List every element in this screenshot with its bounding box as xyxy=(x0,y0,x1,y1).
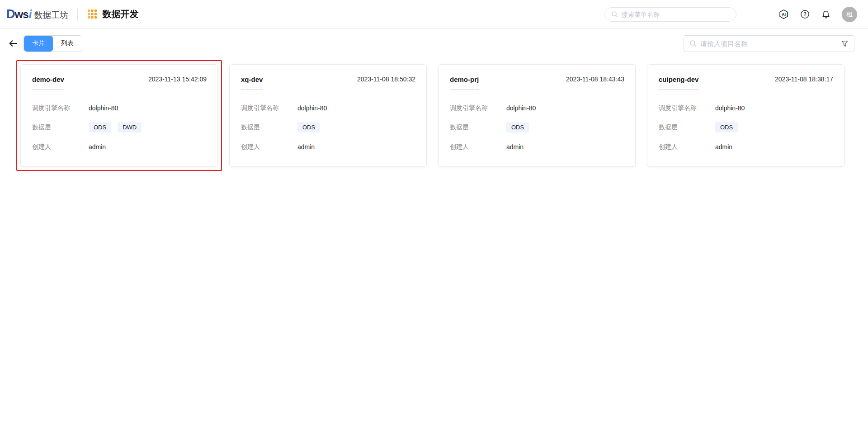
topbar-divider xyxy=(77,8,78,21)
creator-value: admin xyxy=(715,143,732,151)
creator-label: 创建人 xyxy=(659,143,715,151)
creator-row: 创建人 admin xyxy=(450,137,624,156)
menu-search-input[interactable] xyxy=(622,11,730,18)
engine-label: 调度引擎名称 xyxy=(659,104,715,112)
layer-label: 数据层 xyxy=(32,123,89,132)
creator-row: 创建人 admin xyxy=(241,137,415,156)
svg-text:AI: AI xyxy=(781,12,785,17)
engine-label: 调度引擎名称 xyxy=(450,104,506,112)
engine-row: 调度引擎名称 dolphin-80 xyxy=(450,98,624,118)
layer-tags: ODSDWD xyxy=(89,122,142,132)
engine-value: dolphin-80 xyxy=(89,104,118,112)
creator-value: admin xyxy=(297,143,315,151)
project-card[interactable]: demo-prj 2023-11-08 18:43:43 调度引擎名称 dolp… xyxy=(438,64,636,167)
project-card[interactable]: demo-dev 2023-11-13 15:42:09 调度引擎名称 dolp… xyxy=(20,64,218,167)
engine-value: dolphin-80 xyxy=(715,104,745,112)
layer-tag: ODS xyxy=(506,122,529,132)
creator-row: 创建人 admin xyxy=(32,137,207,156)
ai-assistant-icon[interactable]: AI xyxy=(778,9,789,20)
creator-label: 创建人 xyxy=(241,143,297,151)
project-updated-time: 2023-11-08 18:43:43 xyxy=(566,76,624,83)
menu-search-box[interactable] xyxy=(604,7,736,22)
creator-label: 创建人 xyxy=(32,143,89,151)
project-card[interactable]: cuipeng-dev 2023-11-08 18:38:17 调度引擎名称 d… xyxy=(647,64,844,167)
creator-row: 创建人 admin xyxy=(659,137,833,156)
view-switcher: 卡片 列表 xyxy=(24,35,82,52)
project-updated-time: 2023-11-13 15:42:09 xyxy=(148,76,207,83)
app-grid-icon xyxy=(87,9,98,20)
tab-list-view[interactable]: 列表 xyxy=(53,36,82,52)
brand-logo-letter-i: i xyxy=(29,8,32,21)
help-icon[interactable]: ? xyxy=(799,9,810,20)
layer-row: 数据层 ODS xyxy=(450,118,624,137)
project-title: cuipeng-dev xyxy=(659,76,698,90)
project-updated-time: 2023-11-08 18:50:32 xyxy=(357,76,415,83)
creator-label: 创建人 xyxy=(450,143,506,151)
layer-label: 数据层 xyxy=(241,123,297,132)
layer-row: 数据层 ODS xyxy=(241,118,415,137)
page-title: 数据开发 xyxy=(102,8,138,20)
search-icon xyxy=(611,11,618,18)
layer-tag: DWD xyxy=(118,122,142,132)
filter-funnel-icon[interactable] xyxy=(841,40,849,47)
engine-label: 调度引擎名称 xyxy=(241,104,297,112)
brand-logo-letter: D xyxy=(6,7,15,21)
layer-tag: ODS xyxy=(89,122,111,132)
engine-value: dolphin-80 xyxy=(297,104,327,112)
notification-bell-icon[interactable] xyxy=(821,9,831,20)
project-search-box[interactable] xyxy=(684,35,854,52)
engine-row: 调度引擎名称 dolphin-80 xyxy=(32,98,207,118)
project-updated-time: 2023-11-08 18:38:17 xyxy=(775,76,833,83)
project-search-input[interactable] xyxy=(700,40,837,47)
layer-tag: ODS xyxy=(297,122,320,132)
back-button[interactable] xyxy=(6,37,20,50)
layer-label: 数据层 xyxy=(659,123,715,132)
creator-value: admin xyxy=(89,143,106,151)
layer-label: 数据层 xyxy=(450,123,506,132)
layer-tags: ODS xyxy=(506,122,529,132)
engine-row: 调度引擎名称 dolphin-80 xyxy=(659,98,833,118)
search-icon xyxy=(689,40,697,47)
layer-row: 数据层 ODS xyxy=(659,118,833,137)
brand-logo[interactable]: D ws i 数据工坊 xyxy=(6,7,68,21)
engine-row: 调度引擎名称 dolphin-80 xyxy=(241,98,415,118)
user-avatar[interactable]: 租 xyxy=(842,7,857,22)
project-title: xq-dev xyxy=(241,76,263,90)
project-card-grid: demo-dev 2023-11-13 15:42:09 调度引擎名称 dolp… xyxy=(0,52,868,167)
layer-tags: ODS xyxy=(715,122,738,132)
layer-row: 数据层 ODSDWD xyxy=(32,118,207,137)
svg-text:?: ? xyxy=(803,11,807,17)
brand-logo-letters: ws xyxy=(15,8,28,21)
brand-product-name: 数据工坊 xyxy=(34,9,68,21)
project-title: demo-prj xyxy=(450,76,479,90)
layer-tags: ODS xyxy=(297,122,320,132)
project-title: demo-dev xyxy=(32,76,64,90)
creator-value: admin xyxy=(506,143,524,151)
toolbar: 卡片 列表 xyxy=(0,35,868,52)
engine-label: 调度引擎名称 xyxy=(32,104,89,112)
topbar: D ws i 数据工坊 数据开发 AI xyxy=(0,0,868,29)
engine-value: dolphin-80 xyxy=(506,104,536,112)
tab-card-view[interactable]: 卡片 xyxy=(24,36,53,52)
layer-tag: ODS xyxy=(715,122,738,132)
project-card[interactable]: xq-dev 2023-11-08 18:50:32 调度引擎名称 dolphi… xyxy=(229,64,427,167)
